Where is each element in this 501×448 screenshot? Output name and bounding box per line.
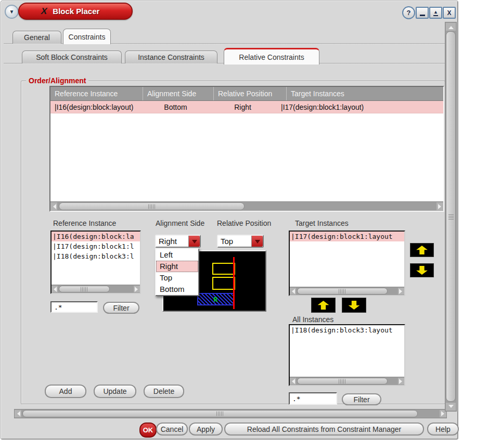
- reference-list-scrollbar[interactable]: [52, 285, 140, 293]
- scrollbar-grip: [448, 213, 454, 220]
- main-horizontal-scrollbar[interactable]: [14, 409, 447, 418]
- window-title: Block Placer: [53, 7, 99, 16]
- all-instances-filter-button[interactable]: Filter: [342, 393, 381, 405]
- target-block-shape: [212, 277, 235, 290]
- minimize-button[interactable]: [416, 7, 429, 19]
- relative-position-dropdown[interactable]: Top: [217, 235, 264, 248]
- main-vertical-thumb[interactable]: [446, 31, 456, 402]
- maximize-icon: ▲: [433, 10, 438, 16]
- reference-instance-label: Reference Instance: [53, 219, 116, 227]
- column-header-reference-instance[interactable]: Reference Instance: [50, 87, 143, 100]
- scroll-right-button[interactable]: [436, 202, 443, 210]
- alignment-side-dropdown-button[interactable]: [188, 236, 200, 247]
- up-arrow-icon: [415, 246, 429, 254]
- scroll-left-button[interactable]: [50, 202, 57, 210]
- scrollbar-grip: [339, 379, 346, 383]
- list-item[interactable]: |I18(design:block3:l: [52, 251, 140, 261]
- main-scrollbar-thumb[interactable]: [22, 410, 418, 417]
- scroll-left-button[interactable]: [52, 286, 58, 292]
- list-item[interactable]: |I16(design:block:la: [52, 232, 140, 241]
- move-to-all-button[interactable]: [342, 298, 366, 313]
- down-arrow-icon: [415, 266, 429, 275]
- all-instances-scrollbar[interactable]: [290, 377, 404, 385]
- scroll-left-button[interactable]: [290, 288, 296, 295]
- update-button[interactable]: Update: [94, 385, 136, 398]
- scroll-left-icon: [51, 287, 57, 292]
- scroll-left-button[interactable]: [290, 378, 296, 385]
- window-menu-button[interactable]: ▼: [5, 5, 19, 19]
- alignment-side-dropdown[interactable]: Right: [155, 235, 201, 248]
- scroll-left-button[interactable]: [15, 410, 21, 417]
- relative-position-label: Relative Position: [217, 219, 271, 227]
- table-header-row: Reference Instance Alignment Side Relati…: [50, 87, 443, 101]
- list-item[interactable]: |I17(design:block1:layout: [290, 232, 404, 241]
- column-header-target-instances[interactable]: Target Instances: [286, 87, 443, 100]
- relative-position-dropdown-button[interactable]: [251, 236, 263, 247]
- list-item[interactable]: |I18(design:block3:layout: [290, 325, 404, 335]
- scrollbar-thumb[interactable]: [59, 286, 110, 292]
- scrollbar-grip: [339, 289, 346, 293]
- scroll-down-button[interactable]: [446, 403, 456, 411]
- scrollbar-thumb[interactable]: [297, 288, 388, 295]
- scroll-right-icon: [399, 379, 405, 384]
- menu-item-left[interactable]: Left: [156, 249, 198, 261]
- reorder-up-button[interactable]: [410, 243, 434, 257]
- tab-constraints[interactable]: Constraints: [63, 29, 111, 44]
- main-vertical-scrollbar[interactable]: [445, 22, 457, 412]
- menu-item-top[interactable]: Top: [156, 272, 198, 284]
- scroll-right-button[interactable]: [398, 288, 404, 295]
- column-header-relative-position[interactable]: Relative Position: [213, 87, 286, 100]
- ok-button[interactable]: OK: [139, 423, 157, 438]
- delete-button[interactable]: Delete: [144, 385, 184, 398]
- scroll-up-button[interactable]: [446, 23, 456, 31]
- help-button[interactable]: Help: [427, 423, 459, 436]
- apply-button[interactable]: Apply: [189, 423, 223, 436]
- reload-constraints-button[interactable]: Reload All Constraints from Constraint M…: [224, 423, 424, 436]
- reorder-down-button[interactable]: [410, 263, 434, 277]
- help-icon: ?: [407, 9, 411, 17]
- tab-soft-block-constraints[interactable]: Soft Block Constraints: [22, 50, 122, 63]
- scroll-right-icon: [438, 204, 444, 209]
- target-instances-list: |I17(design:block1:layout: [289, 231, 405, 296]
- tab-instance-constraints[interactable]: Instance Constraints: [125, 50, 217, 63]
- scroll-up-icon: [448, 23, 454, 29]
- add-button[interactable]: Add: [45, 385, 86, 398]
- table-scrollbar-thumb[interactable]: [59, 202, 245, 210]
- close-button[interactable]: X: [443, 7, 456, 19]
- scrollbar-grip: [216, 412, 224, 416]
- cell-alignment-side: Bottom: [143, 101, 209, 113]
- scroll-left-icon: [15, 411, 20, 416]
- scrollbar-thumb[interactable]: [297, 378, 388, 385]
- window-help-button[interactable]: ?: [402, 6, 415, 19]
- scroll-left-icon: [289, 289, 295, 294]
- table-horizontal-scrollbar[interactable]: [50, 201, 443, 211]
- list-item[interactable]: |I17(design:block1:l: [52, 241, 140, 251]
- all-instances-filter-input[interactable]: [289, 392, 337, 405]
- menu-item-bottom[interactable]: Bottom: [156, 284, 198, 295]
- reference-filter-input[interactable]: [50, 301, 98, 313]
- target-block-shape: [212, 263, 235, 275]
- maximize-button[interactable]: ▲: [429, 7, 442, 19]
- order-alignment-title: Order/Alignment: [26, 76, 88, 85]
- down-arrow-icon: [348, 301, 361, 310]
- column-header-alignment-side[interactable]: Alignment Side: [143, 87, 213, 100]
- scroll-down-icon: [448, 405, 454, 411]
- scroll-right-button[interactable]: [398, 378, 404, 385]
- target-list-scrollbar[interactable]: [290, 287, 404, 295]
- reference-filter-button[interactable]: Filter: [103, 302, 139, 314]
- all-instances-label: All Instances: [292, 315, 333, 324]
- tab-general[interactable]: General: [12, 31, 61, 44]
- minimize-icon: [420, 15, 425, 16]
- title-tab[interactable]: X Block Placer: [18, 3, 133, 20]
- table-row[interactable]: |I16(design:block:layout) Bottom Right |…: [50, 101, 443, 113]
- move-to-target-button[interactable]: [311, 298, 336, 313]
- scroll-right-button[interactable]: [134, 286, 140, 292]
- cancel-button[interactable]: Cancel: [156, 423, 188, 436]
- alignment-side-label: Alignment Side: [156, 219, 204, 227]
- alignment-edge-line: [233, 257, 235, 309]
- menu-item-right[interactable]: Right: [156, 261, 198, 272]
- tab-relative-constraints[interactable]: Relative Constraints: [224, 48, 319, 65]
- alignment-side-value: Right: [156, 236, 188, 247]
- chevron-down-icon: [255, 240, 260, 246]
- scroll-right-icon: [441, 411, 447, 416]
